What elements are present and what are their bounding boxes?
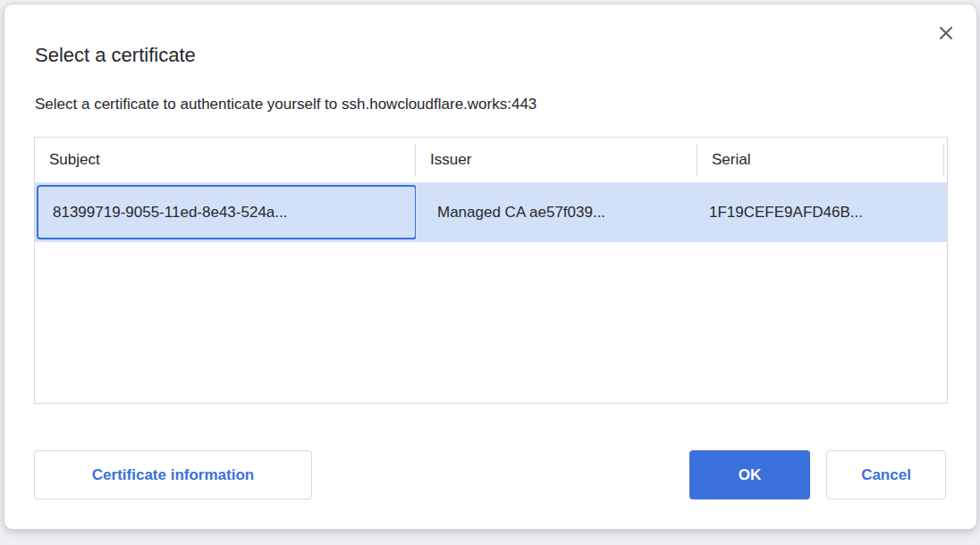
cell-serial[interactable]: 1F19CEFE9AFD46B... [697, 182, 944, 242]
select-certificate-dialog: Select a certificate Select a certificat… [4, 4, 977, 530]
subject-value: 81399719-9055-11ed-8e43-524a... [53, 204, 287, 222]
ok-button[interactable]: OK [689, 450, 810, 499]
certificate-row-selected[interactable]: 81399719-9055-11ed-8e43-524a... Managed … [35, 182, 947, 242]
cancel-button[interactable]: Cancel [826, 450, 946, 499]
cell-subject[interactable]: 81399719-9055-11ed-8e43-524a... [35, 182, 416, 242]
serial-value: 1F19CEFE9AFD46B... [709, 204, 863, 222]
column-header-issuer[interactable]: Issuer [416, 138, 697, 182]
certificate-table: Subject Issuer Serial 81399719-9055-11ed… [34, 137, 948, 404]
column-header-subject[interactable]: Subject [35, 138, 416, 182]
dialog-title: Select a certificate [35, 44, 196, 67]
dialog-subtitle: Select a certificate to authenticate you… [35, 96, 536, 113]
close-button[interactable] [934, 21, 959, 46]
issuer-value: Managed CA ae57f039... [437, 204, 605, 222]
column-header-serial[interactable]: Serial [697, 138, 944, 182]
table-header-row: Subject Issuer Serial [35, 138, 947, 182]
close-icon [938, 25, 954, 41]
certificate-information-button[interactable]: Certificate information [34, 450, 312, 499]
cell-issuer[interactable]: Managed CA ae57f039... [416, 182, 697, 242]
